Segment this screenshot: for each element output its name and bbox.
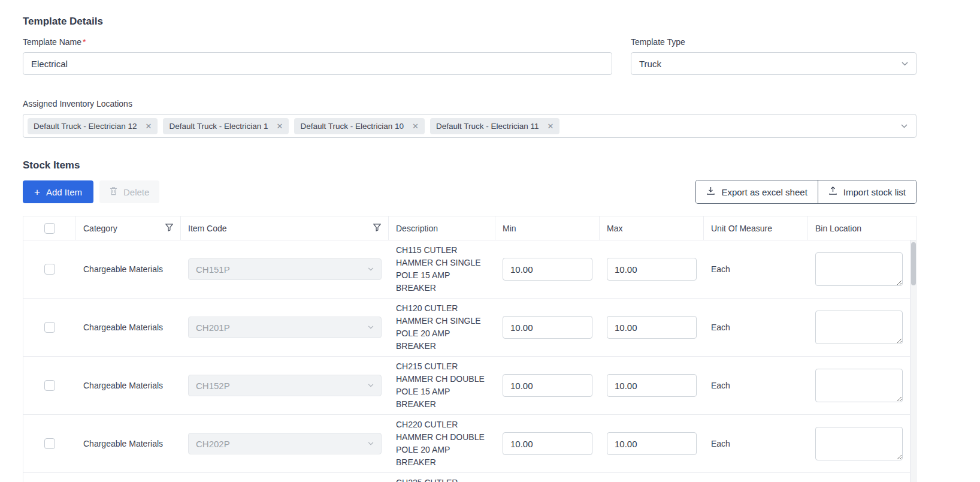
stock-items-section: Stock Items + Add Item Delete Export as … xyxy=(23,159,917,482)
locations-multiselect[interactable]: Default Truck - Electrician 12 ✕ Default… xyxy=(23,114,917,138)
template-type-select[interactable]: Truck xyxy=(631,52,917,75)
chevron-down-icon xyxy=(368,442,374,445)
remove-tag-icon[interactable]: ✕ xyxy=(146,122,152,130)
chevron-down-icon xyxy=(368,326,374,329)
uom-cell: Each xyxy=(704,435,808,452)
header-item-code: Item Code xyxy=(181,216,389,240)
table-row: Chargeable Materials CH201P CH120 CUTLER… xyxy=(23,299,916,357)
chevron-down-icon xyxy=(902,62,908,66)
header-bin-location: Bin Location xyxy=(808,216,910,240)
item-code-value: CH151P xyxy=(196,264,230,275)
row-checkbox[interactable] xyxy=(44,322,55,333)
remove-tag-icon[interactable]: ✕ xyxy=(412,122,419,130)
item-code-cell: CH151P xyxy=(181,255,389,284)
add-item-button[interactable]: + Add Item xyxy=(23,180,93,203)
header-uom: Unit Of Measure xyxy=(704,216,808,240)
description-value: CH120 CUTLER HAMMER CH SINGLE POLE 20 AM… xyxy=(396,302,488,353)
min-input[interactable] xyxy=(503,316,592,339)
remove-tag-icon[interactable]: ✕ xyxy=(548,122,554,130)
description-cell: CH225 CUTLER HAMMER CH DOUBLE POLE 25 AM… xyxy=(389,473,495,482)
row-checkbox[interactable] xyxy=(44,380,55,391)
uom-value: Each xyxy=(711,439,730,448)
category-value: Chargeable Materials xyxy=(83,439,163,448)
form-top-row: Template Name* Template Type Truck xyxy=(23,37,917,75)
template-name-label: Template Name* xyxy=(23,37,612,47)
bin-location-textarea[interactable] xyxy=(815,427,903,460)
item-code-value: CH152P xyxy=(196,381,230,391)
bin-location-cell xyxy=(808,249,910,290)
item-code-select[interactable]: CH202P xyxy=(188,433,382,454)
row-checkbox[interactable] xyxy=(44,264,55,275)
template-name-input[interactable] xyxy=(23,52,612,75)
export-import-group: Export as excel sheet Import stock list xyxy=(695,180,917,204)
min-input[interactable] xyxy=(503,258,592,281)
uom-cell: Each xyxy=(704,319,808,336)
category-value: Chargeable Materials xyxy=(83,323,163,332)
row-select-cell xyxy=(23,435,76,453)
description-value: CH215 CUTLER HAMMER CH DOUBLE POLE 15 AM… xyxy=(396,360,488,411)
bin-location-cell xyxy=(808,365,910,406)
location-tag: Default Truck - Electrician 10 ✕ xyxy=(294,118,424,134)
location-tag-label: Default Truck - Electrician 10 xyxy=(300,122,404,131)
description-value: CH220 CUTLER HAMMER CH DOUBLE POLE 20 AM… xyxy=(396,418,488,469)
bin-location-cell xyxy=(808,307,910,348)
locations-section: Assigned Inventory Locations Default Tru… xyxy=(23,99,917,138)
table-row: Chargeable Materials CH202P CH220 CUTLER… xyxy=(23,415,916,473)
description-value: CH225 CUTLER HAMMER CH DOUBLE POLE 25 AM… xyxy=(396,477,488,482)
import-stock-button[interactable]: Import stock list xyxy=(818,180,916,203)
uom-value: Each xyxy=(711,264,730,274)
min-input[interactable] xyxy=(503,432,592,455)
max-cell xyxy=(600,254,704,284)
trash-icon xyxy=(110,186,117,197)
export-excel-button[interactable]: Export as excel sheet xyxy=(696,180,817,203)
template-details-page: Template Details Template Name* Template… xyxy=(0,0,980,482)
stock-items-title: Stock Items xyxy=(23,159,917,171)
row-select-cell xyxy=(23,260,76,278)
bin-location-textarea[interactable] xyxy=(815,311,903,344)
item-code-select[interactable]: CH201P xyxy=(188,317,382,338)
page-title: Template Details xyxy=(23,16,917,28)
header-category: Category xyxy=(76,216,181,240)
delete-button[interactable]: Delete xyxy=(99,180,159,203)
table-body: Chargeable Materials CH151P CH115 CUTLER… xyxy=(23,240,916,482)
bin-location-textarea[interactable] xyxy=(815,252,903,286)
description-value: CH115 CUTLER HAMMER CH SINGLE POLE 15 AM… xyxy=(396,244,488,294)
item-code-value: CH202P xyxy=(196,439,230,449)
filter-icon[interactable] xyxy=(373,224,381,233)
bin-location-cell xyxy=(808,423,910,464)
stock-toolbar: + Add Item Delete Export as excel sheet xyxy=(23,180,917,204)
max-input[interactable] xyxy=(607,374,697,397)
max-input[interactable] xyxy=(607,432,697,455)
category-value: Chargeable Materials xyxy=(83,381,163,390)
min-input[interactable] xyxy=(503,374,592,397)
max-input[interactable] xyxy=(607,316,697,339)
filter-icon[interactable] xyxy=(165,224,173,233)
row-select-cell xyxy=(23,318,76,336)
chevron-down-icon xyxy=(368,267,374,271)
max-cell xyxy=(600,429,704,459)
item-code-cell: CH202P xyxy=(181,429,389,458)
required-asterisk: * xyxy=(83,37,86,47)
item-code-cell: CH152P xyxy=(181,371,389,400)
uom-cell: Each xyxy=(704,261,808,278)
uom-value: Each xyxy=(711,381,730,390)
remove-tag-icon[interactable]: ✕ xyxy=(277,122,283,130)
min-cell xyxy=(495,429,600,459)
max-cell xyxy=(600,312,704,342)
bin-location-textarea[interactable] xyxy=(815,369,903,402)
template-type-label: Template Type xyxy=(631,37,917,47)
max-input[interactable] xyxy=(607,258,697,281)
scrollbar-thumb[interactable] xyxy=(911,242,916,285)
table-scrollbar[interactable] xyxy=(910,240,916,482)
row-checkbox[interactable] xyxy=(44,438,55,449)
item-code-select[interactable]: CH152P xyxy=(188,375,382,396)
item-code-select[interactable]: CH151P xyxy=(188,258,382,280)
description-cell: CH120 CUTLER HAMMER CH SINGLE POLE 20 AM… xyxy=(389,299,495,356)
location-tag: Default Truck - Electrician 11 ✕ xyxy=(430,118,559,134)
download-icon xyxy=(706,186,715,197)
select-all-cell xyxy=(23,216,76,240)
select-all-checkbox[interactable] xyxy=(44,223,55,234)
chevron-down-icon xyxy=(368,384,374,387)
template-name-field: Template Name* xyxy=(23,37,612,75)
category-value: Chargeable Materials xyxy=(83,264,163,274)
